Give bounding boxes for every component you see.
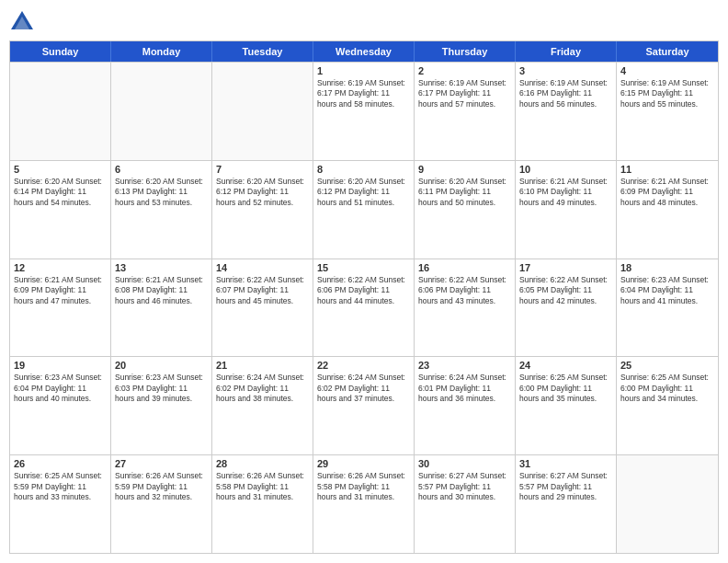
day-cell-6: 6Sunrise: 6:20 AM Sunset: 6:13 PM Daylig…: [111, 161, 212, 259]
calendar-week-4: 26Sunrise: 6:25 AM Sunset: 5:59 PM Dayli…: [10, 454, 718, 553]
day-number: 27: [115, 458, 208, 469]
day-header-saturday: Saturday: [617, 41, 718, 62]
day-cell-22: 22Sunrise: 6:24 AM Sunset: 6:02 PM Dayli…: [313, 357, 415, 454]
day-cell-16: 16Sunrise: 6:22 AM Sunset: 6:06 PM Dayli…: [415, 259, 516, 357]
day-info: Sunrise: 6:20 AM Sunset: 6:12 PM Dayligh…: [216, 177, 309, 208]
day-info: Sunrise: 6:19 AM Sunset: 6:17 PM Dayligh…: [418, 78, 511, 109]
day-header-monday: Monday: [111, 41, 212, 62]
day-number: 5: [14, 164, 107, 175]
day-number: 7: [216, 164, 309, 175]
day-info: Sunrise: 6:27 AM Sunset: 5:57 PM Dayligh…: [519, 471, 612, 502]
day-info: Sunrise: 6:26 AM Sunset: 5:58 PM Dayligh…: [216, 471, 309, 502]
day-info: Sunrise: 6:23 AM Sunset: 6:03 PM Dayligh…: [115, 373, 208, 404]
day-cell-27: 27Sunrise: 6:26 AM Sunset: 5:59 PM Dayli…: [111, 455, 212, 553]
day-cell-15: 15Sunrise: 6:22 AM Sunset: 6:06 PM Dayli…: [313, 259, 415, 357]
day-info: Sunrise: 6:20 AM Sunset: 6:12 PM Dayligh…: [317, 177, 410, 208]
page: SundayMondayTuesdayWednesdayThursdayFrid…: [0, 0, 728, 563]
day-cell-4: 4Sunrise: 6:19 AM Sunset: 6:15 PM Daylig…: [617, 63, 718, 160]
empty-cell: [111, 63, 212, 160]
day-cell-7: 7Sunrise: 6:20 AM Sunset: 6:12 PM Daylig…: [212, 161, 313, 259]
day-number: 24: [519, 360, 612, 371]
day-info: Sunrise: 6:19 AM Sunset: 6:15 PM Dayligh…: [620, 78, 714, 109]
day-number: 9: [418, 164, 511, 175]
day-number: 10: [519, 164, 612, 175]
calendar: SundayMondayTuesdayWednesdayThursdayFrid…: [9, 40, 719, 554]
day-cell-29: 29Sunrise: 6:26 AM Sunset: 5:58 PM Dayli…: [313, 455, 415, 553]
day-cell-24: 24Sunrise: 6:25 AM Sunset: 6:00 PM Dayli…: [516, 357, 617, 454]
day-number: 21: [216, 360, 309, 371]
day-header-sunday: Sunday: [10, 41, 111, 62]
day-cell-5: 5Sunrise: 6:20 AM Sunset: 6:14 PM Daylig…: [10, 161, 111, 259]
day-cell-14: 14Sunrise: 6:22 AM Sunset: 6:07 PM Dayli…: [212, 259, 313, 357]
day-info: Sunrise: 6:20 AM Sunset: 6:11 PM Dayligh…: [418, 177, 511, 208]
day-cell-11: 11Sunrise: 6:21 AM Sunset: 6:09 PM Dayli…: [617, 161, 718, 259]
day-cell-20: 20Sunrise: 6:23 AM Sunset: 6:03 PM Dayli…: [111, 357, 212, 454]
empty-cell: [10, 63, 111, 160]
day-number: 26: [14, 458, 107, 469]
empty-cell: [212, 63, 313, 160]
day-info: Sunrise: 6:26 AM Sunset: 5:58 PM Dayligh…: [317, 471, 410, 502]
day-cell-25: 25Sunrise: 6:25 AM Sunset: 6:00 PM Dayli…: [617, 357, 718, 454]
day-info: Sunrise: 6:21 AM Sunset: 6:10 PM Dayligh…: [519, 177, 612, 208]
day-header-thursday: Thursday: [415, 41, 516, 62]
day-info: Sunrise: 6:21 AM Sunset: 6:09 PM Dayligh…: [620, 177, 714, 208]
calendar-week-3: 19Sunrise: 6:23 AM Sunset: 6:04 PM Dayli…: [10, 356, 718, 454]
day-info: Sunrise: 6:26 AM Sunset: 5:59 PM Dayligh…: [115, 471, 208, 502]
day-number: 17: [519, 262, 612, 273]
calendar-week-2: 12Sunrise: 6:21 AM Sunset: 6:09 PM Dayli…: [10, 259, 718, 357]
day-header-friday: Friday: [516, 41, 617, 62]
empty-cell: [617, 455, 718, 553]
day-cell-8: 8Sunrise: 6:20 AM Sunset: 6:12 PM Daylig…: [313, 161, 415, 259]
day-cell-17: 17Sunrise: 6:22 AM Sunset: 6:05 PM Dayli…: [516, 259, 617, 357]
logo: [9, 9, 39, 35]
calendar-week-1: 5Sunrise: 6:20 AM Sunset: 6:14 PM Daylig…: [10, 160, 718, 259]
day-number: 20: [115, 360, 208, 371]
day-number: 18: [620, 262, 714, 273]
day-cell-9: 9Sunrise: 6:20 AM Sunset: 6:11 PM Daylig…: [415, 161, 516, 259]
calendar-header: SundayMondayTuesdayWednesdayThursdayFrid…: [10, 41, 718, 62]
day-number: 1: [317, 65, 410, 76]
day-number: 30: [418, 458, 511, 469]
calendar-week-0: 1Sunrise: 6:19 AM Sunset: 6:17 PM Daylig…: [10, 62, 718, 160]
day-number: 3: [519, 65, 612, 76]
day-cell-18: 18Sunrise: 6:23 AM Sunset: 6:04 PM Dayli…: [617, 259, 718, 357]
day-number: 16: [418, 262, 511, 273]
day-cell-28: 28Sunrise: 6:26 AM Sunset: 5:58 PM Dayli…: [212, 455, 313, 553]
day-info: Sunrise: 6:19 AM Sunset: 6:17 PM Dayligh…: [317, 78, 410, 109]
day-cell-26: 26Sunrise: 6:25 AM Sunset: 5:59 PM Dayli…: [10, 455, 111, 553]
day-info: Sunrise: 6:22 AM Sunset: 6:05 PM Dayligh…: [519, 275, 612, 306]
day-number: 13: [115, 262, 208, 273]
day-info: Sunrise: 6:22 AM Sunset: 6:07 PM Dayligh…: [216, 275, 309, 306]
day-info: Sunrise: 6:27 AM Sunset: 5:57 PM Dayligh…: [418, 471, 511, 502]
day-number: 11: [620, 164, 714, 175]
day-cell-12: 12Sunrise: 6:21 AM Sunset: 6:09 PM Dayli…: [10, 259, 111, 357]
day-number: 23: [418, 360, 511, 371]
day-header-wednesday: Wednesday: [313, 41, 415, 62]
day-info: Sunrise: 6:24 AM Sunset: 6:02 PM Dayligh…: [216, 373, 309, 404]
day-header-tuesday: Tuesday: [212, 41, 313, 62]
day-cell-23: 23Sunrise: 6:24 AM Sunset: 6:01 PM Dayli…: [415, 357, 516, 454]
day-cell-21: 21Sunrise: 6:24 AM Sunset: 6:02 PM Dayli…: [212, 357, 313, 454]
day-number: 12: [14, 262, 107, 273]
day-info: Sunrise: 6:20 AM Sunset: 6:14 PM Dayligh…: [14, 177, 107, 208]
day-info: Sunrise: 6:24 AM Sunset: 6:01 PM Dayligh…: [418, 373, 511, 404]
day-info: Sunrise: 6:23 AM Sunset: 6:04 PM Dayligh…: [620, 275, 714, 306]
day-number: 14: [216, 262, 309, 273]
day-number: 19: [14, 360, 107, 371]
day-info: Sunrise: 6:22 AM Sunset: 6:06 PM Dayligh…: [317, 275, 410, 306]
header: [9, 9, 719, 35]
calendar-body: 1Sunrise: 6:19 AM Sunset: 6:17 PM Daylig…: [10, 62, 718, 553]
day-info: Sunrise: 6:21 AM Sunset: 6:08 PM Dayligh…: [115, 275, 208, 306]
day-number: 2: [418, 65, 511, 76]
day-number: 29: [317, 458, 410, 469]
day-info: Sunrise: 6:25 AM Sunset: 6:00 PM Dayligh…: [519, 373, 612, 404]
day-cell-1: 1Sunrise: 6:19 AM Sunset: 6:17 PM Daylig…: [313, 63, 415, 160]
day-info: Sunrise: 6:25 AM Sunset: 5:59 PM Dayligh…: [14, 471, 107, 502]
day-info: Sunrise: 6:25 AM Sunset: 6:00 PM Dayligh…: [620, 373, 714, 404]
day-cell-10: 10Sunrise: 6:21 AM Sunset: 6:10 PM Dayli…: [516, 161, 617, 259]
day-info: Sunrise: 6:23 AM Sunset: 6:04 PM Dayligh…: [14, 373, 107, 404]
day-number: 22: [317, 360, 410, 371]
day-info: Sunrise: 6:21 AM Sunset: 6:09 PM Dayligh…: [14, 275, 107, 306]
day-number: 6: [115, 164, 208, 175]
logo-icon: [9, 9, 35, 35]
